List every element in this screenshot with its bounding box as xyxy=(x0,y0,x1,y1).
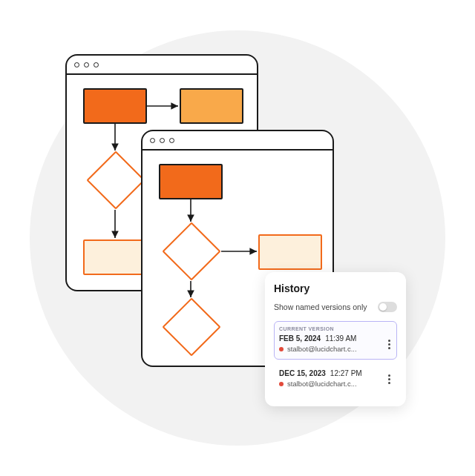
window-button-icon xyxy=(74,62,79,67)
window-button-icon xyxy=(160,138,165,143)
version-card[interactable]: DEC 15, 2023 12:27 PM stalbot@lucidchart… xyxy=(274,364,397,394)
current-version-badge: CURRENT VERSION xyxy=(279,326,392,331)
window-button-icon xyxy=(150,138,155,143)
version-time: 11:39 AM xyxy=(325,334,356,343)
history-panel: History Show named versions only CURRENT… xyxy=(265,272,406,406)
process-node xyxy=(159,164,223,199)
process-node xyxy=(83,88,147,124)
version-card-current[interactable]: CURRENT VERSION FEB 5, 2024 11:39 AM sta… xyxy=(274,321,397,360)
toggle-label: Show named versions only xyxy=(274,303,367,311)
process-node xyxy=(180,88,243,124)
user-dot-icon xyxy=(279,347,284,351)
history-title: History xyxy=(274,282,397,294)
version-date: DEC 15, 2023 xyxy=(279,369,326,377)
named-versions-toggle[interactable] xyxy=(378,302,397,312)
decision-node xyxy=(162,222,220,280)
window-button-icon xyxy=(94,62,99,67)
version-user: stalbot@lucidchart.c... xyxy=(287,380,357,388)
window-button-icon xyxy=(84,62,89,67)
version-menu-button[interactable] xyxy=(384,337,393,351)
window-button-icon xyxy=(169,138,174,143)
version-menu-button[interactable] xyxy=(384,373,393,386)
version-user: stalbot@lucidchart.c... xyxy=(287,345,357,353)
decision-node xyxy=(162,297,220,356)
window-titlebar xyxy=(142,131,332,151)
version-date: FEB 5, 2024 xyxy=(279,334,321,343)
user-dot-icon xyxy=(279,382,284,386)
process-node xyxy=(258,234,322,270)
decision-node xyxy=(86,151,145,209)
named-versions-toggle-row: Show named versions only xyxy=(274,302,397,312)
window-titlebar xyxy=(67,56,257,75)
version-time: 12:27 PM xyxy=(330,369,362,377)
process-node xyxy=(83,239,147,275)
